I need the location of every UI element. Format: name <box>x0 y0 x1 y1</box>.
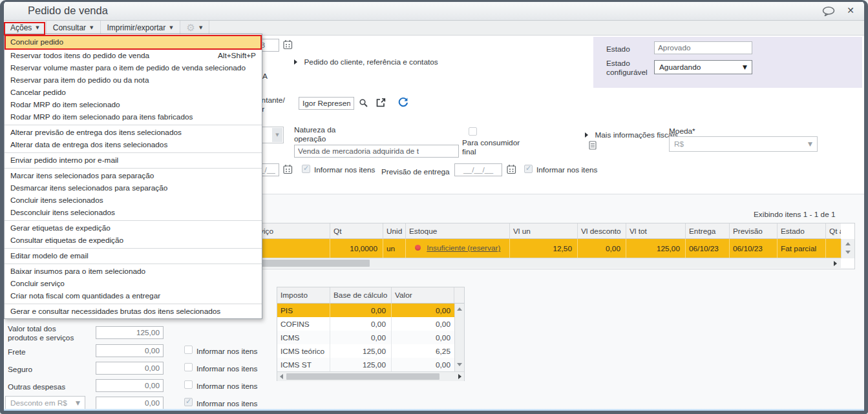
menu-item-marcar-separacao[interactable]: Marcar itens selecionados para separação <box>5 170 262 182</box>
scroll-up-icon[interactable] <box>845 242 851 245</box>
col-estoque[interactable]: Estoque <box>406 223 510 239</box>
estado-label: Estado <box>606 45 630 54</box>
menu-item-editar-modelo-email[interactable]: Editar modelo de email <box>5 250 262 262</box>
settings-menu-button[interactable]: ⚙▼ <box>180 21 210 35</box>
natureza-operacao-field[interactable] <box>294 145 459 158</box>
page-title: Pedido de venda <box>28 5 108 17</box>
menu-item-desconcluir-itens[interactable]: Desconcluir itens selecionados <box>5 207 262 219</box>
comment-bubble-icon[interactable] <box>821 6 836 19</box>
col-vl-desconto[interactable]: Vl desconto <box>578 223 626 239</box>
informar-itens-previsao-checkbox[interactable] <box>524 165 533 173</box>
table-row[interactable]: 10,0000 un Insuficiente (reservar) 12,50… <box>217 239 841 258</box>
chevron-down-icon: ▼ <box>743 64 747 70</box>
valor-total-pedido-field[interactable] <box>96 411 164 414</box>
informar-outras-checkbox[interactable] <box>184 380 193 389</box>
col-imposto[interactable]: Imposto <box>277 287 330 304</box>
table-row[interactable]: ICMS ST 125,00 0,00 <box>277 358 454 371</box>
itens-horizontal-scrollbar[interactable] <box>217 258 841 268</box>
col-qt-a[interactable]: Qt a <box>826 223 841 239</box>
informar-itens-entrega-checkbox[interactable] <box>302 165 310 173</box>
estado-panel: Estado Estadoconfigurável Aguardando ▼ <box>593 37 862 88</box>
menu-item-gerar-necessidades[interactable]: Gerar e consultar necessidades brutas do… <box>5 305 262 318</box>
col-base-calculo[interactable]: Base de cálculo <box>330 287 392 304</box>
document-icon[interactable] <box>589 141 597 152</box>
menu-item-gerar-etiquetas[interactable]: Gerar etiquetas de expedição <box>5 222 262 234</box>
menu-item-reservar-volume-master[interactable]: Reservar volume master para o item de pe… <box>5 62 262 74</box>
pedido-cliente-section-toggle[interactable]: Pedido do cliente, referência e contatos <box>294 56 438 67</box>
seguro-field[interactable] <box>96 362 164 375</box>
impostos-vertical-scrollbar[interactable] <box>454 304 464 371</box>
menu-item-concluir-pedido[interactable]: Concluir pedido <box>5 35 262 50</box>
informar-seguro-checkbox[interactable] <box>184 363 193 371</box>
menu-item-baixar-insumos[interactable]: Baixar insumos para o item selecionado <box>5 265 262 278</box>
search-icon[interactable] <box>359 98 368 110</box>
col-entrega[interactable]: Entrega <box>686 223 730 239</box>
scroll-right-icon[interactable] <box>834 261 837 266</box>
desconto-field[interactable] <box>96 397 164 409</box>
close-icon[interactable]: ✕ <box>847 5 854 16</box>
scroll-down-icon[interactable] <box>845 251 851 254</box>
shortcut-label: Alt+Shift+P <box>210 51 256 61</box>
calendar-icon[interactable] <box>283 39 293 52</box>
triangle-right-icon <box>294 59 297 65</box>
valor-produtos-field[interactable] <box>96 326 164 339</box>
title-bar: Pedido de venda ✕ <box>4 2 864 21</box>
menu-item-consultar-etiquetas[interactable]: Consultar etiquetas de expedição <box>5 234 262 247</box>
itens-vertical-scrollbar[interactable] <box>841 239 854 258</box>
menu-item-concluir-itens[interactable]: Concluir itens selecionados <box>5 194 262 207</box>
desconto-select[interactable]: Desconto em R$ ▼ <box>5 396 85 410</box>
menu-item-rodar-mrp[interactable]: Rodar MRP do item selecionado <box>5 99 262 111</box>
impostos-horizontal-scrollbar[interactable] <box>277 371 464 381</box>
estado-configuravel-label: Estadoconfigurável <box>606 59 648 77</box>
col-previsao[interactable]: Previsão <box>730 223 778 239</box>
col-vl-un[interactable]: Vl un <box>510 223 578 239</box>
scroll-down-icon[interactable] <box>457 363 462 366</box>
menu-item-alterar-previsao[interactable]: Alterar previsão de entrega dos itens se… <box>5 127 262 139</box>
menu-item-rodar-mrp-fabricados[interactable]: Rodar MRP do item selecionado para itens… <box>5 111 262 123</box>
col-qt[interactable]: Qt <box>330 223 383 239</box>
menu-item-reservar-item-nota[interactable]: Reservar para item do pedido ou da nota <box>5 74 262 87</box>
menu-item-enviar-email[interactable]: Enviar pedido interno por e-mail <box>5 154 262 167</box>
scrollbar-thumb[interactable] <box>286 373 439 380</box>
table-row[interactable]: PIS 0,00 0,00 <box>277 304 454 317</box>
estoque-insuficiente-link[interactable]: Insuficiente (reservar) <box>427 243 500 253</box>
table-row[interactable]: COFINS 0,00 0,00 <box>277 317 454 331</box>
moeda-select[interactable]: R$ ▼ <box>669 136 818 152</box>
table-row[interactable]: ICMS teórico 125,00 6,25 <box>277 344 454 358</box>
table-row[interactable]: ICMS 0,00 0,00 <box>277 331 454 344</box>
scroll-right-icon[interactable] <box>458 374 461 379</box>
previsao-entrega-field[interactable] <box>454 163 502 176</box>
col-vl-tot[interactable]: Vl tot <box>626 223 686 239</box>
scroll-up-icon[interactable] <box>457 307 462 311</box>
menu-item-concluir-servico[interactable]: Concluir serviço <box>5 278 262 290</box>
menu-item-cancelar-pedido[interactable]: Cancelar pedido <box>5 87 262 99</box>
open-external-icon[interactable] <box>376 98 386 110</box>
menu-item-criar-nota-fiscal[interactable]: Criar nota fiscal com quantidades a entr… <box>5 290 262 302</box>
menu-item-desmarcar-separacao[interactable]: Desmarcar itens selecionados para separa… <box>5 182 262 194</box>
col-estado[interactable]: Estado <box>778 223 826 239</box>
informar-frete-checkbox[interactable] <box>184 346 193 354</box>
consumidor-final-checkbox[interactable] <box>469 127 477 136</box>
cell-imposto: PIS <box>277 304 330 317</box>
mais-fiscais-toggle[interactable]: Mais informações fiscais <box>585 129 678 140</box>
estado-field[interactable] <box>654 41 752 54</box>
estado-configuravel-select[interactable]: Aguardando ▼ <box>654 60 752 74</box>
scroll-left-icon[interactable] <box>280 374 283 379</box>
refresh-icon[interactable] <box>397 96 409 110</box>
calendar-icon[interactable] <box>507 164 516 177</box>
imprimir-exportar-menu-button[interactable]: Imprimir/exportar▼ <box>101 21 180 35</box>
consultar-menu-button[interactable]: Consultar▼ <box>47 21 101 35</box>
cell-estado: Fat parcial <box>778 239 826 258</box>
frete-field[interactable] <box>96 344 164 357</box>
representante-field[interactable] <box>299 97 354 110</box>
outras-despesas-field[interactable] <box>96 379 164 392</box>
menu-item-reservar-todos[interactable]: Reservar todos itens do pedido de vendaA… <box>5 50 262 62</box>
cell-estoque: Insuficiente (reservar) <box>406 239 510 258</box>
col-unid[interactable]: Unid <box>383 223 406 239</box>
informar-desconto-checkbox[interactable] <box>184 398 193 406</box>
col-valor[interactable]: Valor <box>392 287 454 304</box>
menu-item-alterar-data[interactable]: Alterar data de entrega dos itens seleci… <box>5 139 262 151</box>
calendar-icon[interactable] <box>283 164 293 177</box>
chevron-down-icon: ▼ <box>76 400 80 406</box>
acoes-menu-button[interactable]: Ações▼ <box>4 21 47 35</box>
